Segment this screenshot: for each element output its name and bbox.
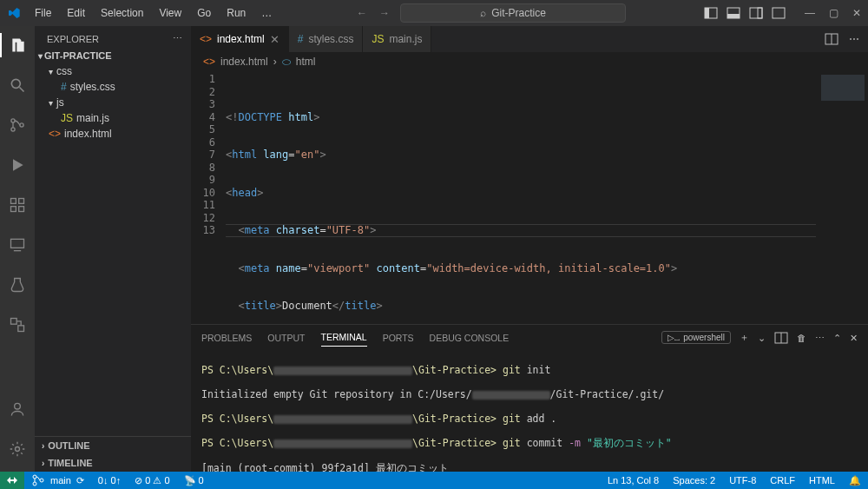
vscode-icon (7, 6, 21, 20)
menu-edit[interactable]: Edit (60, 3, 92, 23)
tab-main-js[interactable]: JS main.js (363, 26, 431, 52)
run-debug-view-icon[interactable] (0, 153, 35, 177)
search-view-icon[interactable] (0, 73, 35, 97)
svg-rect-4 (750, 8, 762, 18)
menu-go[interactable]: Go (190, 3, 218, 23)
maximize-panel-icon[interactable]: ⌃ (833, 333, 841, 343)
kill-terminal-icon[interactable]: 🗑 (797, 333, 806, 343)
new-terminal-icon[interactable]: ＋ (740, 332, 749, 344)
project-root-label: GIT-PRACTICE (44, 50, 112, 61)
nav-forward-icon[interactable]: → (379, 7, 390, 19)
svg-rect-6 (773, 8, 785, 18)
layout-customize-icon[interactable] (772, 6, 786, 20)
file-main-js[interactable]: JS main.js (35, 110, 191, 126)
svg-point-9 (11, 119, 15, 122)
breadcrumb[interactable]: <> index.html › ⬭ html (191, 52, 868, 71)
tab-styles-css[interactable]: # styles.css (289, 26, 364, 52)
menu-view[interactable]: View (152, 3, 188, 23)
window-close-icon[interactable]: ✕ (852, 7, 861, 19)
remote-indicator[interactable] (0, 472, 24, 489)
split-editor-icon[interactable] (825, 32, 838, 46)
accounts-icon[interactable] (0, 397, 35, 421)
svg-line-8 (20, 88, 24, 92)
references-view-icon[interactable] (0, 313, 35, 337)
panel-tab-ports[interactable]: PORTS (383, 329, 414, 347)
layout-sidebar-right-icon[interactable] (749, 6, 763, 20)
status-problems[interactable]: ⊘ 0 ⚠ 0 (128, 472, 176, 489)
explorer-view-icon[interactable] (0, 33, 35, 57)
folder-css-label: css (56, 65, 72, 77)
status-branch[interactable]: main ⟳ (24, 472, 91, 489)
layout-panel-icon[interactable] (727, 6, 740, 20)
svg-rect-3 (727, 14, 740, 18)
svg-rect-18 (11, 319, 17, 325)
svg-rect-1 (705, 8, 709, 18)
close-panel-icon[interactable]: ✕ (850, 333, 858, 343)
file-index-html[interactable]: <> index.html (35, 126, 191, 142)
svg-point-21 (16, 447, 20, 452)
testing-view-icon[interactable] (0, 273, 35, 297)
layout-sidebar-left-icon[interactable] (704, 6, 718, 20)
menu-run[interactable]: Run (220, 3, 253, 23)
svg-point-28 (40, 479, 43, 482)
extensions-view-icon[interactable] (0, 193, 35, 217)
folder-css[interactable]: ▾ css (35, 63, 191, 79)
svg-rect-14 (11, 207, 16, 212)
terminal-dropdown-icon[interactable]: ⌄ (758, 333, 766, 343)
svg-rect-13 (19, 199, 24, 204)
terminal-content[interactable]: PS C:\Users\\Git-Practice> git init Init… (191, 347, 868, 472)
breadcrumb-file[interactable]: index.html (220, 56, 268, 68)
status-cursor-position[interactable]: Ln 13, Col 8 (601, 475, 666, 486)
outline-section[interactable]: ›OUTLINE (35, 437, 191, 454)
status-ports[interactable]: 📡 0 (177, 472, 211, 489)
panel-tab-output[interactable]: OUTPUT (267, 329, 305, 347)
status-sync[interactable]: 0↓ 0↑ (91, 472, 128, 489)
editor-tabs: <> index.html ✕ # styles.css JS main.js … (191, 26, 868, 52)
code-content[interactable]: <!DOCTYPE html> <html lang="en"> <head> … (226, 71, 816, 324)
file-styles-css[interactable]: # styles.css (35, 79, 191, 95)
command-center[interactable]: ⌕ Git-Practice (400, 3, 626, 23)
timeline-section[interactable]: ›TIMELINE (35, 454, 191, 472)
source-control-view-icon[interactable] (0, 113, 35, 137)
window-minimize-icon[interactable]: — (805, 7, 815, 19)
panel-more-icon[interactable]: ⋯ (815, 333, 825, 343)
explorer-more-icon[interactable]: ⋯ (173, 33, 182, 44)
editor-more-icon[interactable]: ⋯ (849, 33, 859, 45)
status-encoding[interactable]: UTF-8 (722, 475, 763, 486)
svg-point-27 (33, 482, 36, 486)
status-indentation[interactable]: Spaces: 2 (666, 475, 722, 486)
bottom-panel: PROBLEMS OUTPUT TERMINAL PORTS DEBUG CON… (191, 324, 868, 472)
svg-point-20 (15, 403, 21, 409)
status-eol[interactable]: CRLF (763, 475, 802, 486)
svg-rect-15 (19, 207, 24, 212)
minimap[interactable] (816, 71, 868, 324)
title-bar: File Edit Selection View Go Run … ← → ⌕ … (0, 0, 868, 26)
panel-tab-debug-console[interactable]: DEBUG CONSOLE (430, 329, 510, 347)
tab-index-html[interactable]: <> index.html ✕ (191, 26, 289, 52)
file-styles-css-label: styles.css (70, 81, 115, 93)
status-language[interactable]: HTML (802, 475, 842, 486)
code-editor[interactable]: 12345678910111213 <!DOCTYPE html> <html … (191, 71, 868, 324)
menu-selection[interactable]: Selection (94, 3, 150, 23)
folder-js[interactable]: ▾ js (35, 95, 191, 110)
breadcrumb-node[interactable]: html (296, 56, 316, 68)
nav-back-icon[interactable]: ← (357, 7, 367, 19)
terminal-shell-selector[interactable]: ▷⎵powershell (661, 331, 731, 344)
svg-rect-19 (18, 326, 24, 332)
panel-tab-problems[interactable]: PROBLEMS (201, 329, 252, 347)
close-tab-icon[interactable]: ✕ (270, 33, 279, 46)
split-terminal-icon[interactable] (774, 331, 788, 345)
svg-point-7 (11, 79, 20, 88)
menu-file[interactable]: File (28, 3, 58, 23)
remote-explorer-icon[interactable] (0, 233, 35, 257)
project-root[interactable]: ▾ GIT-PRACTICE (35, 48, 191, 63)
menu-bar: File Edit Selection View Go Run … (28, 3, 279, 23)
file-main-js-label: main.js (76, 112, 109, 124)
settings-gear-icon[interactable] (0, 437, 35, 461)
menu-more[interactable]: … (254, 3, 279, 23)
status-notifications-icon[interactable]: 🔔 (842, 475, 868, 486)
svg-point-26 (33, 475, 36, 479)
svg-rect-16 (11, 239, 24, 248)
panel-tab-terminal[interactable]: TERMINAL (321, 328, 367, 347)
window-maximize-icon[interactable]: ▢ (829, 7, 838, 19)
